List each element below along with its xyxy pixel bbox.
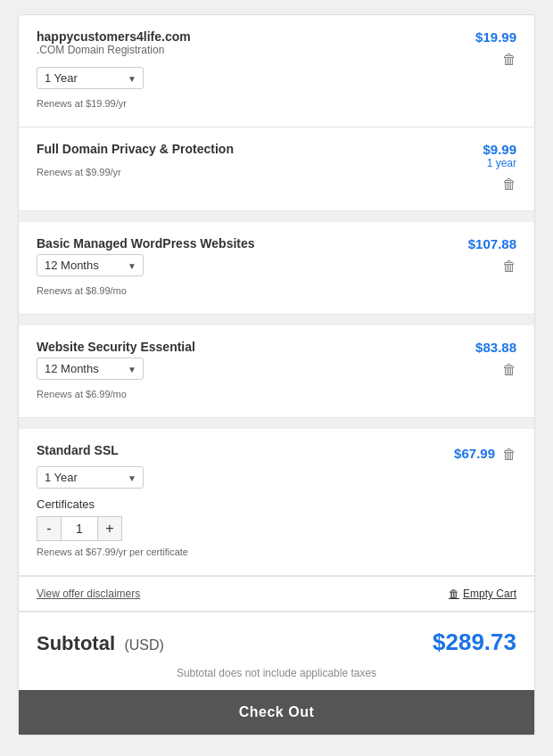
subtotal-amount: $289.73 bbox=[433, 629, 516, 656]
item-title-wordpress: Basic Managed WordPress Websites bbox=[37, 236, 255, 251]
empty-cart-button[interactable]: 🗑 Empty Cart bbox=[449, 588, 516, 600]
delete-icon-security[interactable]: 🗑 bbox=[502, 362, 516, 378]
term-select-wrapper-security: 12 Months 24 Months 36 Months ▼ bbox=[37, 357, 144, 380]
cart-item-ssl: Standard SSL $67.99 🗑 1 Year 2 Years ▼ bbox=[19, 429, 534, 576]
cart-container: happycustomers4life.com .COM Domain Regi… bbox=[18, 14, 535, 735]
cart-item-security: Website Security Essential 12 Months 24 … bbox=[19, 325, 534, 418]
cart-item-domain: happycustomers4life.com .COM Domain Regi… bbox=[19, 15, 534, 127]
term-select-wrapper-domain: 1 Year 2 Years 5 Years ▼ bbox=[37, 67, 144, 89]
item-price-sub-privacy: 1 year bbox=[483, 157, 516, 169]
delete-icon-privacy[interactable]: 🗑 bbox=[502, 177, 516, 193]
term-select-wordpress[interactable]: 12 Months 24 Months 36 Months bbox=[37, 254, 144, 276]
item-price-wordpress: $107.88 bbox=[468, 236, 516, 251]
delete-icon-domain[interactable]: 🗑 bbox=[502, 52, 516, 68]
subtotal-section: Subtotal (USD) $289.73 bbox=[19, 612, 534, 663]
term-select-security[interactable]: 12 Months 24 Months 36 Months bbox=[37, 357, 144, 380]
term-select-wrapper-wordpress: 12 Months 24 Months 36 Months ▼ bbox=[37, 254, 144, 276]
item-subtitle-domain: .COM Domain Registration bbox=[37, 44, 191, 56]
cart-item-wordpress: Basic Managed WordPress Websites 12 Mont… bbox=[19, 222, 534, 315]
item-price-privacy: $9.99 bbox=[483, 142, 516, 157]
section-divider-1 bbox=[19, 211, 534, 222]
item-price-domain: $19.99 bbox=[475, 29, 516, 45]
certificates-label: Certificates bbox=[37, 497, 516, 511]
section-divider-2 bbox=[19, 315, 534, 325]
view-disclaimers-link[interactable]: View offer disclaimers bbox=[37, 588, 140, 600]
item-title-privacy: Full Domain Privacy & Protection bbox=[37, 142, 234, 156]
term-select-ssl[interactable]: 1 Year 2 Years bbox=[37, 466, 144, 489]
item-renews-privacy: Renews at $9.99/yr bbox=[37, 167, 234, 177]
subtotal-note: Subtotal does not include applicable tax… bbox=[19, 663, 534, 690]
item-renews-wordpress: Renews at $8.99/mo bbox=[37, 285, 255, 296]
term-select-domain[interactable]: 1 Year 2 Years 5 Years bbox=[37, 67, 144, 89]
trash-icon: 🗑 bbox=[449, 588, 459, 600]
subtotal-usd-label: (USD) bbox=[124, 637, 163, 653]
subtotal-label: Subtotal bbox=[37, 632, 115, 654]
term-select-wrapper-ssl: 1 Year 2 Years ▼ bbox=[37, 466, 144, 489]
item-renews-domain: Renews at $19.99/yr bbox=[37, 98, 191, 109]
item-price-ssl: $67.99 bbox=[454, 446, 495, 461]
qty-row: - + bbox=[37, 516, 516, 541]
checkout-button[interactable]: Check Out bbox=[19, 690, 534, 735]
item-renews-security: Renews at $6.99/mo bbox=[37, 389, 195, 399]
item-renews-ssl: Renews at $67.99/yr per certificate bbox=[37, 546, 516, 557]
qty-decrease-btn[interactable]: - bbox=[37, 516, 62, 541]
cart-item-privacy: Full Domain Privacy & Protection Renews … bbox=[19, 127, 534, 211]
item-price-security: $83.88 bbox=[475, 340, 516, 355]
item-title-security: Website Security Essential bbox=[37, 340, 195, 354]
qty-increase-btn[interactable]: + bbox=[97, 516, 122, 541]
qty-input[interactable] bbox=[62, 516, 97, 541]
item-title-domain: happycustomers4life.com bbox=[37, 29, 191, 44]
section-divider-3 bbox=[19, 418, 534, 429]
cart-footer: View offer disclaimers 🗑 Empty Cart bbox=[19, 576, 534, 611]
delete-icon-wordpress[interactable]: 🗑 bbox=[502, 259, 516, 275]
item-title-ssl: Standard SSL bbox=[37, 443, 119, 457]
delete-icon-ssl[interactable]: 🗑 bbox=[502, 447, 516, 463]
